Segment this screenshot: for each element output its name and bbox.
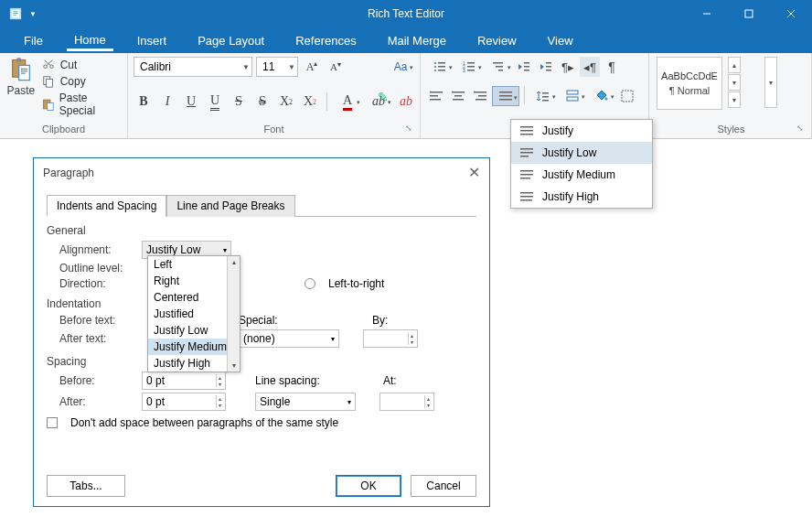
paste-button[interactable]: Paste: [5, 57, 37, 97]
strikethrough-button[interactable]: S: [229, 92, 249, 112]
svg-rect-36: [524, 70, 529, 71]
group-clipboard: Paste Cut Copy Paste Special Clipboard: [0, 53, 128, 138]
line-spacing-button[interactable]: ▾: [529, 86, 557, 106]
clear-formatting-button[interactable]: ab: [396, 92, 416, 112]
special-combo[interactable]: (none)▾: [239, 329, 339, 348]
tab-indents-spacing[interactable]: Indents and Spacing: [47, 195, 166, 217]
cut-button[interactable]: Cut: [42, 59, 122, 71]
svg-point-23: [434, 70, 436, 71]
style-gallery-scroll[interactable]: ▴▾▾: [728, 57, 741, 108]
double-underline-button[interactable]: U: [205, 92, 225, 112]
opt-centered[interactable]: Centered: [148, 289, 240, 306]
highlight-button[interactable]: ab✎▾: [365, 92, 392, 112]
dialog-title: Paragraph: [43, 167, 94, 179]
font-name-combo[interactable]: Calibri▼: [134, 57, 252, 77]
svg-rect-70: [520, 199, 532, 201]
alignment-label: Alignment:: [47, 243, 134, 256]
increase-indent-button[interactable]: [536, 57, 556, 77]
subscript-button[interactable]: X2: [300, 92, 320, 112]
alignment-scrollbar[interactable]: ▴▾: [227, 256, 240, 372]
dont-add-checkbox[interactable]: [47, 417, 58, 428]
tab-references[interactable]: References: [288, 30, 363, 51]
grow-font-button[interactable]: A▴: [302, 57, 322, 77]
align-right-button[interactable]: [470, 86, 490, 106]
font-color-button[interactable]: A▾: [334, 92, 361, 112]
tab-mail-merge[interactable]: Mail Merge: [380, 30, 454, 51]
align-left-button[interactable]: [426, 86, 446, 106]
svg-rect-55: [567, 91, 578, 94]
after-spinner[interactable]: 0 pt▴▾: [142, 393, 226, 411]
styles-launcher[interactable]: ⤡: [795, 124, 806, 135]
at-spinner[interactable]: ▴▾: [379, 393, 434, 411]
ltr-button[interactable]: ¶▸: [558, 57, 578, 77]
bold-button[interactable]: B: [134, 92, 154, 112]
shrink-font-button[interactable]: A▾: [326, 57, 346, 77]
double-strikethrough-button[interactable]: S: [252, 92, 272, 112]
close-button[interactable]: [770, 0, 812, 27]
linespacing-label: Line spacing:: [255, 374, 328, 387]
tab-view[interactable]: View: [540, 30, 581, 51]
group-styles: AaBbCcDdE ¶ Normal ▴▾▾ ▾ Styles⤡: [649, 53, 812, 138]
justify-item[interactable]: Justify: [511, 120, 652, 142]
tab-page-layout[interactable]: Page Layout: [190, 30, 272, 51]
separator: [326, 92, 327, 111]
ltr-radio[interactable]: [304, 278, 315, 289]
general-label: General: [47, 224, 476, 237]
tab-home[interactable]: Home: [67, 29, 113, 51]
tab-line-page-breaks[interactable]: Line and Page Breaks: [166, 195, 294, 217]
para-spacing-button[interactable]: ▾: [559, 86, 586, 106]
justify-medium-item[interactable]: Justify Medium: [511, 164, 652, 186]
cancel-button[interactable]: Cancel: [411, 475, 476, 497]
qat-dropdown-icon[interactable]: ▼: [29, 10, 37, 18]
show-marks-button[interactable]: ¶: [602, 57, 622, 77]
tabs-button[interactable]: Tabs...: [47, 475, 125, 497]
before-spinner[interactable]: 0 pt▴▾: [142, 372, 226, 390]
minimize-button[interactable]: [686, 0, 728, 27]
justify-low-item[interactable]: Justify Low: [511, 142, 652, 164]
group-font: Calibri▼ 11▼ A▴ A▾ Aa▾ B I U U S S X2 X2…: [128, 53, 421, 138]
linespacing-combo[interactable]: Single▾: [255, 393, 356, 411]
opt-justify-medium[interactable]: Justify Medium: [148, 339, 240, 355]
ok-button[interactable]: OK: [336, 475, 401, 497]
align-center-button[interactable]: [448, 86, 468, 106]
svg-rect-63: [520, 152, 533, 154]
opt-justified[interactable]: Justified: [148, 306, 240, 322]
decrease-indent-button[interactable]: [514, 57, 534, 77]
paste-special-button[interactable]: Paste Special: [42, 92, 122, 117]
opt-left[interactable]: Left: [148, 256, 240, 273]
italic-button[interactable]: I: [157, 92, 177, 112]
tab-review[interactable]: Review: [470, 30, 524, 51]
svg-rect-48: [475, 99, 486, 101]
superscript-button[interactable]: X2: [276, 92, 296, 112]
font-launcher[interactable]: ⤡: [403, 124, 414, 135]
by-spinner[interactable]: ▴▾: [363, 329, 418, 348]
before-label: Before:: [47, 374, 134, 387]
underline-button[interactable]: U: [181, 92, 201, 112]
bullets-button[interactable]: ▾: [426, 57, 454, 77]
change-case-button[interactable]: Aa▾: [387, 57, 414, 77]
ribbon: Paste Cut Copy Paste Special Clipboard C…: [0, 53, 812, 139]
svg-point-21: [434, 66, 436, 68]
dialog-close-button[interactable]: ✕: [468, 164, 480, 181]
justify-split-button[interactable]: ▾: [492, 86, 519, 106]
style-normal[interactable]: AaBbCcDdE ¶ Normal: [657, 57, 722, 110]
editing-more[interactable]: ▾: [764, 57, 777, 108]
numbering-button[interactable]: 123▾: [455, 57, 483, 77]
rtl-button[interactable]: ◂¶: [580, 57, 600, 77]
tab-file[interactable]: File: [16, 30, 50, 51]
svg-text:3: 3: [463, 68, 465, 73]
tab-insert[interactable]: Insert: [130, 30, 175, 51]
justify-high-item[interactable]: Justify High: [511, 186, 652, 208]
opt-justify-high[interactable]: Justify High: [148, 355, 240, 372]
borders-button[interactable]: [617, 86, 637, 106]
multilevel-button[interactable]: ▾: [485, 57, 512, 77]
shading-button[interactable]: ▾: [588, 86, 615, 106]
svg-rect-38: [546, 66, 551, 68]
maximize-button[interactable]: [728, 0, 770, 27]
direction-label: Direction:: [47, 277, 134, 290]
copy-button[interactable]: Copy: [42, 75, 122, 88]
font-size-combo[interactable]: 11▼: [256, 57, 298, 77]
opt-justify-low[interactable]: Justify Low: [148, 322, 240, 339]
scissors-icon: [42, 59, 55, 71]
opt-right[interactable]: Right: [148, 273, 240, 289]
